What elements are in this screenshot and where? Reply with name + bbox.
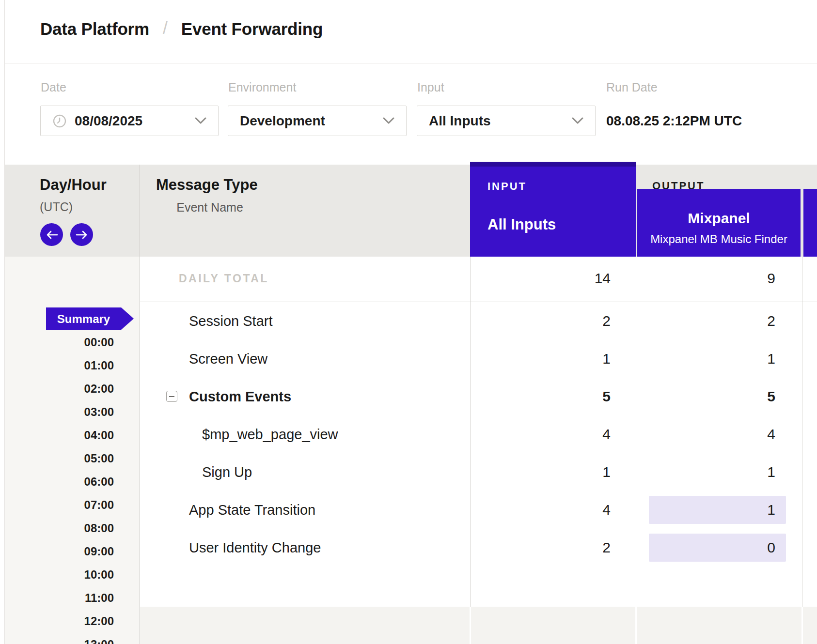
- output-count-cell: 2: [636, 302, 775, 340]
- input-count-cell: 1: [470, 340, 611, 378]
- input-count-cell: 1: [470, 453, 611, 491]
- event-forwarding-page: Data Platform / Event Forwarding Date En…: [0, 0, 817, 644]
- footer-column-gap: [470, 607, 471, 644]
- run-date-label: Run Date: [606, 80, 658, 94]
- timezone-label: (UTC): [40, 200, 73, 214]
- environment-select[interactable]: Development: [228, 106, 407, 136]
- hour-label[interactable]: 00:00: [5, 331, 114, 354]
- day-hour-header: Day/Hour: [40, 176, 107, 194]
- event-name-cell: App State Transition: [189, 491, 315, 529]
- table-row: Screen View 1 1: [0, 340, 817, 378]
- date-select-value: 08/08/2025: [75, 113, 142, 129]
- environment-select-value: Development: [240, 113, 325, 129]
- breadcrumb-event-forwarding[interactable]: Event Forwarding: [181, 19, 323, 39]
- arrow-left-icon: [46, 230, 58, 240]
- summary-badge-arrow: [121, 307, 134, 330]
- input-section-label: INPUT: [487, 180, 527, 193]
- footer-column-gap: [635, 607, 637, 644]
- input-count-cell: 2: [470, 302, 611, 340]
- collapse-icon[interactable]: [166, 391, 177, 402]
- event-name-cell: Screen View: [189, 340, 267, 378]
- header-divider: [5, 63, 817, 63]
- breadcrumb: Data Platform / Event Forwarding: [40, 15, 323, 44]
- event-rows: Session Start 2 2 Screen View 1 1 Custom…: [0, 302, 817, 567]
- table-row: App State Transition 4 1: [0, 491, 817, 529]
- table-row: User Identity Change 2 0: [0, 529, 817, 567]
- output-count-cell: 1: [636, 340, 775, 378]
- hour-label[interactable]: 01:00: [5, 354, 114, 377]
- hour-label[interactable]: 12:00: [5, 610, 114, 633]
- chevron-down-icon: [383, 117, 394, 124]
- input-column-title: All Inputs: [487, 216, 556, 233]
- input-count-cell: 4: [470, 415, 611, 453]
- event-name-cell: Sign Up: [202, 453, 252, 491]
- message-type-header: Message Type: [156, 176, 258, 194]
- hour-label[interactable]: 09:00: [5, 540, 114, 563]
- input-filter-label: Input: [417, 80, 444, 94]
- table-footer-band: [140, 607, 817, 644]
- output-count-cell: 0: [636, 529, 775, 567]
- event-name-cell: $mp_web_page_view: [202, 415, 338, 453]
- output-count-cell: 5: [636, 378, 775, 415]
- event-name-cell: User Identity Change: [189, 529, 321, 567]
- previous-day-button[interactable]: [40, 223, 63, 246]
- event-name-subheader: Event Name: [156, 200, 264, 215]
- input-count-cell: 4: [470, 491, 611, 529]
- input-column-accent-strip: [470, 162, 636, 167]
- hour-label[interactable]: 04:00: [5, 424, 114, 447]
- table-row: Custom Events 5 5: [0, 378, 817, 415]
- output-count-cell: 1: [636, 491, 775, 529]
- event-name-cell: Session Start: [189, 302, 272, 340]
- output-count-cell: 1: [636, 453, 775, 491]
- input-count-cell: 5: [470, 378, 611, 415]
- output-count-cell: 4: [636, 415, 775, 453]
- hour-label[interactable]: 05:00: [5, 447, 114, 470]
- breadcrumb-data-platform[interactable]: Data Platform: [40, 19, 149, 39]
- daily-total-label: DAILY TOTAL: [179, 272, 269, 285]
- chevron-down-icon: [572, 117, 583, 124]
- output-column-subtitle: Mixpanel MB Music Finder: [637, 232, 801, 246]
- summary-label: Summary: [57, 312, 110, 326]
- clock-icon: [52, 114, 67, 128]
- hour-label[interactable]: 07:00: [5, 493, 114, 517]
- hour-label[interactable]: 13:00: [5, 633, 114, 644]
- event-name-cell: Custom Events: [189, 378, 291, 415]
- input-select[interactable]: All Inputs: [417, 106, 596, 136]
- output-column-header-partial[interactable]: [803, 189, 817, 257]
- environment-filter-label: Environment: [228, 80, 296, 94]
- run-date-value: 08.08.25 2:12PM UTC: [606, 106, 742, 136]
- next-day-button[interactable]: [70, 223, 93, 246]
- hours-list: 00:0001:0002:0003:0004:0005:0006:0007:00…: [5, 331, 114, 644]
- date-select[interactable]: 08/08/2025: [40, 106, 219, 136]
- input-select-value: All Inputs: [429, 113, 491, 129]
- hour-label[interactable]: 06:00: [5, 470, 114, 493]
- hour-label[interactable]: 10:00: [5, 563, 114, 586]
- daily-total-output-count: 9: [636, 270, 775, 287]
- daily-total-input-count: 14: [470, 270, 611, 287]
- input-column-header[interactable]: INPUT All Inputs: [470, 162, 636, 257]
- output-column-header-mixpanel[interactable]: Mixpanel Mixpanel MB Music Finder: [637, 189, 801, 257]
- hour-label[interactable]: 03:00: [5, 400, 114, 424]
- input-count-cell: 2: [470, 529, 611, 567]
- breadcrumb-separator: /: [163, 18, 168, 38]
- hour-label[interactable]: 11:00: [5, 586, 114, 610]
- footer-column-gap: [801, 607, 803, 644]
- hour-label[interactable]: 08:00: [5, 517, 114, 540]
- chevron-down-icon: [195, 117, 206, 124]
- arrow-right-icon: [76, 230, 88, 240]
- date-filter-label: Date: [41, 80, 66, 94]
- table-row: Sign Up 1 1: [0, 453, 817, 491]
- summary-row-badge[interactable]: Summary: [46, 307, 121, 330]
- hour-label[interactable]: 02:00: [5, 377, 114, 400]
- output-column-title: Mixpanel: [637, 210, 801, 227]
- table-row: $mp_web_page_view 4 4: [0, 415, 817, 453]
